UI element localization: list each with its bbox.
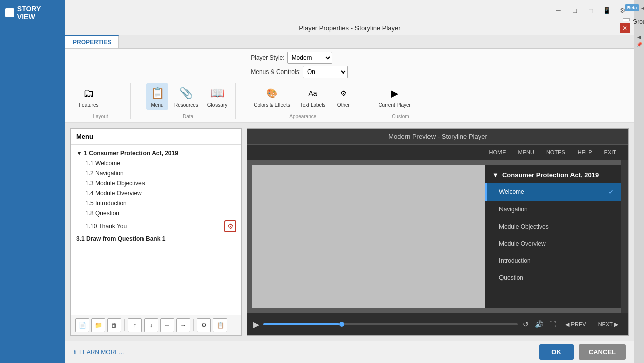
menu-list: ▼ 1 Consumer Protection Act, 2019 1.1 We…: [71, 145, 241, 315]
menu-item-thank-you[interactable]: 1.10 Thank You ⚙: [71, 219, 241, 234]
sidebar-pin2-icon[interactable]: 📌: [636, 42, 642, 47]
play-button[interactable]: ▶: [253, 320, 259, 329]
toolbar-separator-1: [124, 319, 125, 331]
move-up-button[interactable]: ↑: [128, 318, 142, 332]
menu-item-module-objectives[interactable]: 1.3 Module Objectives: [71, 178, 241, 188]
properties-tab[interactable]: PROPERTIES: [65, 35, 119, 48]
story-view-label: STORY VIEW: [17, 5, 60, 21]
pmp-check-welcome: ✓: [608, 188, 614, 196]
window-title: Player Properties - Storyline Player: [299, 24, 400, 32]
pmp-item-welcome[interactable]: Welcome ✓: [485, 183, 621, 201]
progress-dot: [339, 322, 344, 327]
next-button[interactable]: NEXT ▶: [594, 319, 622, 330]
minimize-button[interactable]: ─: [551, 4, 565, 18]
cancel-button[interactable]: CANCEL: [579, 344, 626, 360]
move-down-button[interactable]: ↓: [144, 318, 158, 332]
custom-group: ▶ Current Player Custom: [370, 83, 431, 119]
pmp-item-question[interactable]: Question: [485, 269, 621, 286]
player-bottom-bar: ▶ ↺ 🔊 ⛶ ◀ PREV NEXT: [247, 313, 628, 335]
glossary-button[interactable]: 📖 Glossary: [204, 83, 230, 110]
fullscreen-button[interactable]: ⛶: [549, 320, 556, 328]
menu-item-welcome[interactable]: 1.1 Welcome: [71, 158, 241, 168]
story-view-header: STORY VIEW: [0, 0, 65, 25]
toolbar-separator-2: [193, 319, 194, 331]
player-style-combo: Player Style: Modern: [251, 52, 332, 64]
beta-badge: Beta: [625, 4, 640, 11]
appearance-group: Player Style: Modern Menus & Controls: O…: [246, 52, 360, 119]
indent-right-button[interactable]: →: [176, 318, 190, 332]
menu-button[interactable]: 📋 Menu: [146, 83, 168, 110]
main-panel: ─ □ ◻ 📱 ⚙ Player Properties - Storyline …: [65, 0, 634, 363]
menu-item-module-overview[interactable]: 1.4 Module Overview: [71, 188, 241, 198]
tab-bar: PROPERTIES: [65, 35, 634, 49]
window-titlebar: Player Properties - Storyline Player ✕: [65, 21, 634, 35]
sidebar-collapse-icon[interactable]: ◀: [641, 5, 644, 11]
progress-bar[interactable]: [263, 323, 518, 325]
nav-notes[interactable]: NOTES: [544, 145, 567, 160]
colors-effects-button[interactable]: 🎨 Colors & Effects: [251, 83, 293, 110]
current-player-icon: ▶: [387, 85, 403, 101]
nav-help[interactable]: HELP: [576, 145, 594, 160]
progress-fill: [263, 323, 339, 325]
scrollbar-area[interactable]: [621, 160, 628, 313]
volume-button[interactable]: 🔊: [535, 320, 543, 328]
pmp-course-name: Consumer Protection Act, 2019: [502, 171, 599, 179]
learn-more-link[interactable]: ℹ LEARN MORE...: [74, 349, 124, 356]
menu-item-question-bank[interactable]: 3.1 Draw from Question Bank 1: [71, 234, 241, 244]
group-label: Group: [633, 18, 644, 25]
player-slide-area: [252, 165, 485, 308]
current-player-button[interactable]: ▶ Current Player: [375, 83, 413, 110]
settings-menu-button[interactable]: ⚙: [197, 318, 211, 332]
main-content: Menu ▼ 1 Consumer Protection Act, 2019 1…: [65, 123, 634, 341]
preview-title: Modern Preview - Storyline Player: [247, 129, 628, 145]
close-button[interactable]: ✕: [620, 23, 630, 33]
restore-button[interactable]: □: [567, 4, 582, 18]
menu-toolbar: 📄 📁 🗑 ↑ ↓ ← → ⚙ 📋: [71, 315, 241, 335]
menu-item-course[interactable]: ▼ 1 Consumer Protection Act, 2019: [71, 148, 241, 158]
text-labels-icon: Aa: [305, 85, 321, 101]
player-nav-bar: HOME MENU NOTES HELP EXIT: [247, 145, 628, 160]
phone-button[interactable]: 📱: [600, 4, 614, 18]
copy-button[interactable]: 📋: [213, 318, 227, 332]
folder-button[interactable]: 📁: [91, 318, 105, 332]
ok-button[interactable]: OK: [539, 344, 574, 360]
menu-item-question[interactable]: 1.8 Question: [71, 208, 241, 219]
new-item-button[interactable]: 📄: [75, 318, 89, 332]
menu-item-introduction[interactable]: 1.5 Introduction: [71, 198, 241, 208]
prev-arrow-icon: ◀: [565, 321, 569, 328]
nav-home[interactable]: HOME: [487, 145, 508, 160]
right-sidebar: Beta ◀ 📌 Group □ ◀ 📌: [634, 0, 644, 363]
other-icon: ⚙: [335, 85, 351, 101]
indent-left-button[interactable]: ←: [160, 318, 174, 332]
preview-body: HOME MENU NOTES HELP EXIT ▼ Consumer Pro…: [247, 145, 628, 335]
other-button[interactable]: ⚙ Other: [332, 83, 354, 110]
bottom-bar: ℹ LEARN MORE... OK CANCEL: [65, 341, 634, 363]
player-content-area: ▼ Consumer Protection Act, 2019 Welcome …: [247, 160, 628, 313]
features-button[interactable]: 🗂 Features: [76, 83, 101, 110]
resources-button[interactable]: 📎 Resources: [171, 83, 201, 110]
menu-panel: Menu ▼ 1 Consumer Protection Act, 2019 1…: [70, 128, 242, 336]
player-menu-panel: ▼ Consumer Protection Act, 2019 Welcome …: [485, 165, 621, 308]
menu-item-navigation[interactable]: 1.2 Navigation: [71, 168, 241, 178]
pmp-item-navigation[interactable]: Navigation: [485, 201, 621, 218]
nav-exit[interactable]: EXIT: [602, 145, 618, 160]
info-icon: ℹ: [74, 349, 76, 356]
menu-panel-title: Menu: [71, 129, 241, 145]
pmp-course-title: ▼ Consumer Protection Act, 2019: [485, 165, 621, 183]
text-labels-button[interactable]: Aa Text Labels: [297, 83, 329, 110]
gear-icon-red[interactable]: ⚙: [224, 220, 236, 232]
delete-button[interactable]: 🗑: [107, 318, 121, 332]
pmp-item-introduction[interactable]: Introduction: [485, 252, 621, 269]
maximize-button[interactable]: ◻: [584, 4, 598, 18]
menus-controls-select[interactable]: On: [303, 66, 348, 78]
pmp-item-module-objectives[interactable]: Module Objectives: [485, 218, 621, 235]
pmp-item-module-overview[interactable]: Module Overview: [485, 235, 621, 252]
layout-group: 🗂 Features Layout: [70, 83, 131, 119]
sidebar-collapse2-icon[interactable]: ◀: [637, 34, 641, 40]
expand-arrow: ▼: [76, 150, 84, 157]
pmp-arrow-icon: ▼: [492, 171, 499, 179]
replay-button[interactable]: ↺: [523, 320, 529, 328]
nav-menu[interactable]: MENU: [516, 145, 536, 160]
player-style-select[interactable]: Modern: [287, 52, 332, 64]
prev-button[interactable]: ◀ PREV: [561, 319, 590, 330]
